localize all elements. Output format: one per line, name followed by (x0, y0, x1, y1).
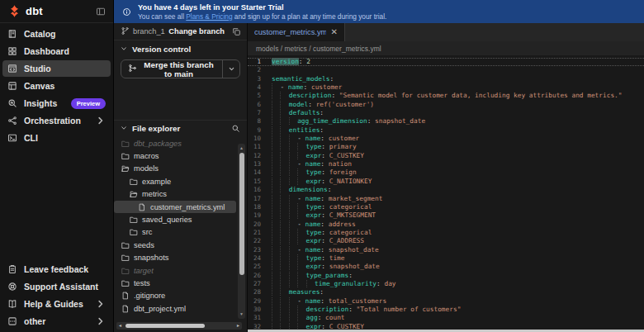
banner-body: You can see all Plans & Pricing and sign… (138, 12, 386, 21)
scroll-up-icon[interactable]: ▲ (238, 145, 245, 152)
indent-guide (272, 143, 280, 150)
app-root: dbt CatalogDashboardStudioCanvasInsights… (0, 0, 644, 332)
sidebar-item-catalog[interactable]: Catalog (2, 26, 111, 42)
file-icon (121, 305, 130, 313)
scroll-left-icon[interactable]: ◄ (118, 322, 122, 330)
tree-item-src[interactable]: src (114, 226, 236, 239)
tree-item-label: snapshots (134, 254, 168, 262)
code-line: 21 type: categorical (248, 229, 644, 237)
tree-item-macros[interactable]: macros (114, 149, 236, 162)
indent-guide (280, 323, 288, 330)
scroll-right-icon[interactable]: ► (236, 322, 240, 330)
indent-guide (297, 306, 305, 313)
indent-guide (297, 323, 305, 330)
indent-guide (280, 254, 288, 262)
line-number: 6 (248, 101, 261, 109)
tree-item-example[interactable]: example (114, 175, 236, 187)
indent-guide (297, 211, 305, 219)
explorer-horizontal-scrollbar[interactable]: ◄ ► (116, 322, 242, 330)
tree-item-seeds[interactable]: seeds (114, 239, 236, 251)
indent-guide (280, 186, 288, 193)
tree-item-customer-metrics-yml[interactable]: customer_metrics.yml (114, 201, 236, 213)
indent-guide (280, 229, 288, 236)
code-text: type: time (272, 254, 345, 263)
sidebar-item-help-guides[interactable]: Help & Guides (2, 296, 111, 312)
indent-guide (280, 117, 288, 125)
tree-item-saved-queries[interactable]: saved_queries (114, 213, 236, 225)
version-control-header[interactable]: Version control (114, 40, 247, 57)
tab-close-icon[interactable]: ✕ (331, 28, 338, 36)
indent-guide (289, 246, 297, 254)
tree-item-target[interactable]: target (114, 264, 236, 277)
indent-guide (272, 221, 280, 228)
code-text: expr: C_ADDRESS (272, 237, 364, 245)
feedback-icon (7, 264, 17, 274)
logo-text: dbt (26, 5, 43, 17)
merge-branch-button[interactable]: Merge this branch to main (121, 60, 222, 78)
indent-guide (280, 272, 288, 279)
tree-item-models[interactable]: models (114, 163, 236, 175)
sidebar-item-label: Dashboard (24, 46, 69, 56)
copy-icon[interactable] (232, 27, 241, 36)
tree-item-gitignore[interactable]: .gitignore (114, 290, 236, 302)
scroll-down-icon[interactable]: ▼ (238, 311, 245, 318)
vertical-scroll-thumb[interactable] (239, 153, 244, 275)
sidebar-item-label: CLI (24, 133, 38, 143)
tree-item-metrics[interactable]: metrics (114, 188, 236, 201)
cli-icon (7, 133, 17, 143)
breadcrumb[interactable]: models / metrics / customer_metrics.yml (248, 41, 644, 55)
sidebar-item-studio[interactable]: Studio (2, 60, 111, 77)
code-text: defaults: (272, 109, 324, 117)
sidebar-item-cli[interactable]: CLI (2, 130, 111, 146)
tree-item-dbt-project-yml[interactable]: dbt_project.yml (114, 302, 236, 315)
code-line: 5 description: "Semantic model for custo… (248, 92, 644, 100)
sidebar-item-other[interactable]: other (2, 313, 111, 330)
tree-item-snapshots[interactable]: snapshots (114, 252, 236, 264)
sidebar-item-canvas[interactable]: Canvas (2, 78, 111, 94)
change-branch-button[interactable]: Change branch (168, 27, 225, 36)
trial-banner: You have 4 days left in your Starter Tri… (114, 0, 644, 23)
sidebar-item-dashboard[interactable]: Dashboard (2, 43, 111, 59)
sidebar-item-support-assistant[interactable]: Support Assistant (2, 278, 111, 295)
indent-guide (289, 272, 297, 279)
merge-options-dropdown[interactable] (222, 60, 239, 78)
folder-icon (121, 152, 130, 160)
indent-guide (272, 229, 280, 236)
horizontal-scroll-thumb[interactable] (125, 324, 205, 328)
line-number: 1 (248, 58, 261, 66)
chevron-right-icon (96, 116, 106, 126)
line-number: 10 (248, 135, 261, 143)
search-icon[interactable] (231, 124, 240, 133)
code-area[interactable]: 1version: 223semantic_models:4 - name: c… (248, 55, 644, 330)
sidebar-item-label: Orchestration (24, 116, 81, 126)
code-text: - name: customer (272, 135, 359, 143)
indent-guide (289, 297, 297, 305)
line-number: 3 (248, 75, 261, 83)
sidebar-item-leave-feedback[interactable]: Leave feedback (2, 261, 111, 277)
tree-item-label: metrics (142, 190, 167, 198)
plans-pricing-link[interactable]: Plans & Pricing (186, 12, 232, 21)
code-line: 10 - name: customer (248, 135, 644, 143)
banner-body-suffix: and sign up for a plan at any time durin… (233, 12, 387, 21)
indent-guide (297, 229, 305, 236)
tree-item-dbt-packages[interactable]: dbt_packages (114, 137, 236, 149)
help-icon (7, 299, 17, 309)
explorer-vertical-scrollbar[interactable]: ▲ ▼ (238, 144, 245, 319)
sidebar-item-orchestration[interactable]: Orchestration (2, 112, 111, 129)
sidebar-collapse-icon[interactable] (96, 7, 106, 17)
line-number: 32 (248, 323, 261, 330)
line-number: 30 (248, 306, 261, 314)
indent-guide (289, 254, 297, 262)
tree-item-label: target (134, 267, 154, 275)
sidebar-item-label: Insights (24, 98, 57, 108)
file-tree: dbt_packagesmacrosmodelsexamplemetricscu… (114, 135, 247, 315)
file-explorer-header[interactable]: File explorer (114, 120, 247, 135)
sidebar-item-label: Studio (24, 64, 51, 74)
tree-item-tests[interactable]: tests (114, 277, 236, 289)
tab-customer-metrics[interactable]: customer_metrics.yml ✕ (248, 23, 345, 41)
code-line: 4 - name: customer (248, 83, 644, 92)
code-text: type: categorical (272, 229, 372, 237)
sidebar-item-insights[interactable]: InsightsPreview (2, 95, 111, 111)
indent-guide (272, 314, 280, 321)
tree-item-label: .gitignore (134, 292, 165, 300)
